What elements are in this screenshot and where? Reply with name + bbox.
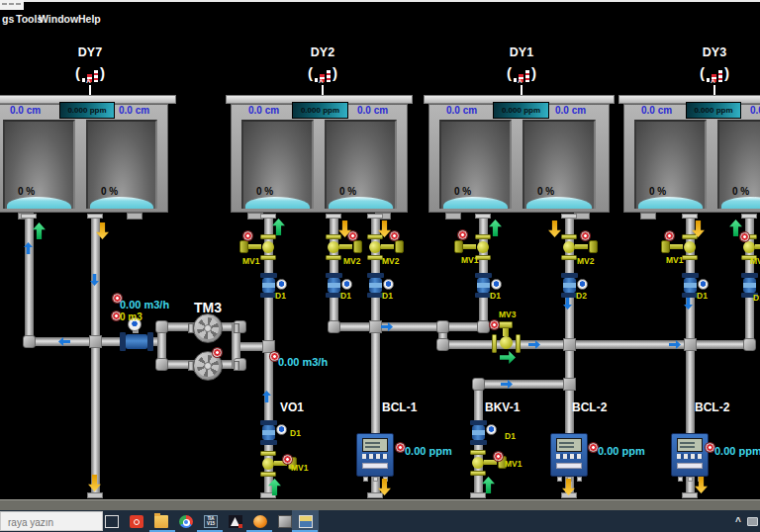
orange-app-icon[interactable] [253,515,267,528]
chrome-icon[interactable] [179,515,193,528]
level-value: 0.0 cm [446,105,477,116]
meter-label: D1 [505,431,516,441]
task-view-icon[interactable] [105,515,119,528]
valve-label: MV1 [291,463,308,473]
level-value: 0.0 cm [248,105,279,116]
pump-tm3-a[interactable] [193,313,223,343]
alarm-indicator [243,231,252,240]
station-label-bcl2-mid: BCL-2 [572,400,607,414]
fill-percent: 0 % [256,186,273,197]
pipe-elbow [436,338,449,351]
fill-percent: 0 % [18,186,35,197]
valve-label: MV3 [499,310,516,319]
alarm-indicator [283,455,292,464]
valve-label: MV1 [461,255,478,265]
alarm-indicator [494,452,503,461]
meter-label: D1 [290,428,301,438]
flowmeter-vo1-d1[interactable] [260,420,277,445]
window-status-strip [0,499,760,510]
pipe-elbow [477,320,490,333]
cylinder-bay: 0 % [241,120,314,209]
level-value: 0.0 cm [10,105,41,116]
totalizer-value: 0 m3 [120,311,142,322]
gauge-icon [486,424,497,435]
alarm-indicator [390,231,399,240]
flowmeter-bkv-d1[interactable] [470,420,487,445]
alarm-indicator [581,231,590,240]
cylinder-bay: 0 % [439,120,512,209]
fill-percent: 0 % [649,186,666,197]
alarm-indicator [396,443,405,452]
tray-keyboard-icon[interactable] [747,517,758,526]
graphics-app-icon[interactable] [229,515,242,528]
alarm-indicator [706,443,714,452]
tray-chevron-icon[interactable]: ^ [735,516,741,527]
pipe-cross [89,335,102,348]
station-label-bkv1: BKV-1 [485,400,520,414]
menu-item-help[interactable]: Help [78,13,101,25]
gauge-icon [276,279,287,290]
window-title-fragment [0,0,24,10]
pipe-dy7-left [25,219,34,341]
gauge-icon [577,279,588,290]
alarm-indicator [490,320,499,329]
pipe-endcap [470,492,486,498]
valve-label: MV2 [577,256,594,266]
cylinder-bay: 0 % [3,120,75,209]
taskbar-search[interactable] [0,511,103,531]
unit-label-dy7: DY7 [70,45,110,59]
pipe-cross [563,338,576,351]
record-app-icon[interactable] [130,515,143,528]
residual-value: 0.00 ppm [405,445,452,457]
flow-arrow-right [500,351,516,364]
gauge-icon [698,279,709,290]
pipe-cross [369,320,382,333]
alarm-indicator [348,231,357,240]
pipe-endcap [87,492,103,498]
valve-label: MV1 [505,459,522,469]
alarm-indicator [458,230,467,239]
gauge-icon [341,279,352,290]
flow-arrow-up [272,219,285,235]
server-app-icon[interactable] [278,515,292,528]
tia-portal-icon[interactable]: TIAV15 [204,515,218,528]
pipe-elbow [328,320,340,333]
analyzer-bcl1[interactable] [356,433,394,477]
pipe-dy7-right [91,219,100,496]
cylinder-bay: 0 % [86,120,157,209]
menu-item-window[interactable]: Window [39,13,78,25]
search-input[interactable] [6,516,105,529]
gauge-icon [276,424,287,435]
valve-label: MV1 [242,256,259,266]
pipe-endcap [367,492,383,498]
station-label-bcl2-right: BCL-2 [695,400,729,414]
gauge-icon [491,279,502,290]
menu-item-tags[interactable]: gs [2,13,14,25]
fill-percent: 0 % [732,186,749,197]
station-label-tm3: TM3 [194,300,222,315]
cylinder-bay: 0 % [522,120,596,209]
scada-window: gs Tools Window Help DY7 () ^ 0 % 0 % 0.… [0,0,760,532]
scada-runtime-icon[interactable] [299,515,313,528]
pipe-tee [563,378,576,391]
analyzer-bcl2-right[interactable] [671,433,709,477]
gas-ppm-display: 0.000 ppm [59,102,115,119]
level-value: 0.0 cm [641,105,672,116]
alarm-indicator [213,348,222,357]
file-explorer-icon[interactable] [154,515,168,528]
unit-label-dy2: DY2 [303,45,342,59]
residual-value: 0.00 ppm [714,445,760,457]
analyzer-bcl2-mid[interactable] [550,433,588,477]
meter-label: D1 [382,291,393,301]
flow-value: 0.00 m3/h [120,299,169,310]
pipe-elbow [472,378,485,391]
valve-label: MV1 [666,255,683,265]
pipe-h-dosing-upper [330,322,488,331]
taskbar: TIAV15 ^ [0,510,760,532]
meter-label: D1 [753,293,760,303]
flow-arrow-down [695,477,708,493]
level-value: 0.0 cm [555,105,586,116]
unit-label-dy1: DY1 [502,45,541,59]
gas-ppm-display: 0.000 ppm [493,102,549,119]
meter-label: D1 [697,291,708,301]
